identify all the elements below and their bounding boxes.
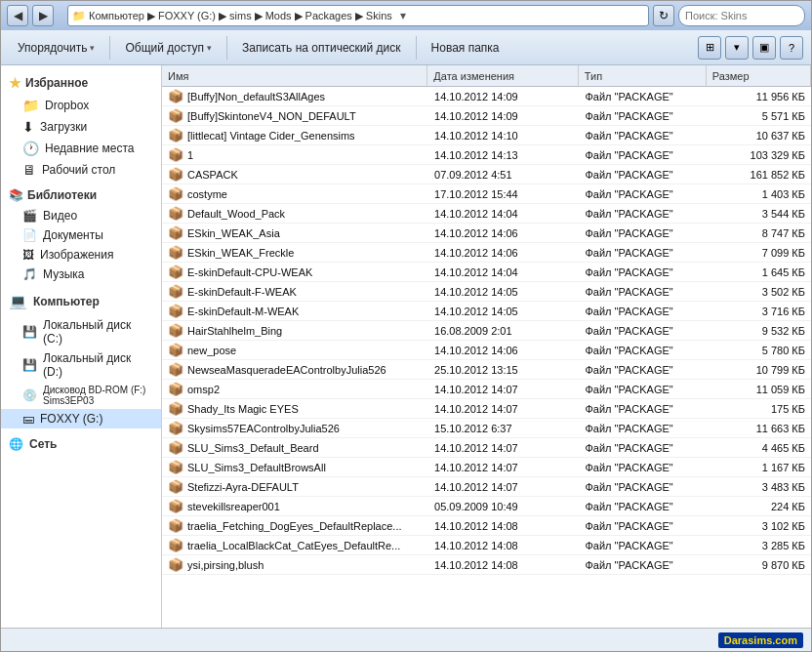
column-header-type[interactable]: Тип	[579, 65, 707, 86]
table-row[interactable]: 📦 ysi,pirsing,blush 14.10.2012 14:08 Фай…	[162, 555, 811, 575]
forward-button[interactable]: ▶	[32, 5, 54, 26]
file-size-cell: 3 502 КБ	[707, 286, 811, 298]
file-type-cell: Файл "PACKAGE"	[579, 345, 707, 356]
file-type-cell: Файл "PACKAGE"	[579, 481, 707, 493]
sidebar-drive-d[interactable]: 💾 Локальный диск (D:)	[1, 348, 161, 382]
table-row[interactable]: 📦 Shady_Its Magic EYES 14.10.2012 14:07 …	[162, 399, 811, 419]
file-date-cell: 17.10.2012 15:44	[428, 188, 579, 200]
file-size-cell: 9 532 КБ	[707, 325, 811, 337]
sidebar-computer-header[interactable]: 💻 Компьютер	[1, 288, 161, 315]
file-name-cell: 📦 1	[162, 147, 428, 162]
column-header-size[interactable]: Размер	[707, 65, 811, 86]
table-row[interactable]: 📦 Default_Wood_Pack 14.10.2012 14:04 Фай…	[162, 204, 811, 224]
sidebar-recent-label: Недавние места	[45, 142, 134, 155]
breadcrumb-mods[interactable]: Mods	[265, 10, 292, 21]
column-header-name[interactable]: Имя	[162, 65, 427, 86]
sidebar-drive-c[interactable]: 💾 Локальный диск (C:)	[1, 315, 161, 348]
table-row[interactable]: 📦 [Buffy]SkintoneV4_NON_DEFAULT 14.10.20…	[162, 106, 811, 126]
sidebar-drive-g-label: FOXXY (G:)	[40, 412, 102, 426]
sidebar-drive-g[interactable]: 🖴 FOXXY (G:)	[1, 409, 161, 428]
file-size-cell: 8 747 КБ	[707, 227, 811, 239]
table-row[interactable]: 📦 ESkin_WEAK_Asia 14.10.2012 14:06 Файл …	[162, 224, 811, 243]
sidebar-item-docs[interactable]: 📄 Документы	[1, 225, 161, 245]
table-row[interactable]: 📦 traelia_LocalBlackCat_CatEyes_DefaultR…	[162, 536, 811, 555]
file-name-cell: 📦 costyme	[162, 186, 428, 201]
file-type-cell: Файл "PACKAGE"	[579, 130, 707, 142]
table-row[interactable]: 📦 CASPACK 07.09.2012 4:51 Файл "PACKAGE"…	[162, 165, 811, 184]
table-row[interactable]: 📦 1 14.10.2012 14:13 Файл "PACKAGE" 103 …	[162, 145, 811, 165]
table-row[interactable]: 📦 E-skinDefault-F-WEAK 14.10.2012 14:05 …	[162, 282, 811, 302]
table-row[interactable]: 📦 Skysims57EAControlbyJulia526 15.10.201…	[162, 419, 811, 438]
breadcrumb-computer[interactable]: Компьютер	[89, 10, 144, 21]
view-details-button[interactable]: ⊞	[698, 36, 721, 60]
sidebar-item-recent[interactable]: 🕐 Недавние места	[1, 138, 161, 159]
sidebar-favorites-header[interactable]: ★ Избранное	[1, 71, 161, 95]
sidebar-drive-f[interactable]: 💿 Дисковод BD-ROM (F:) Sims3EP03	[1, 382, 161, 409]
new-folder-button[interactable]: Новая папка	[423, 36, 508, 60]
address-dropdown-button[interactable]: ▾	[395, 6, 411, 25]
view-toggle-button[interactable]: ▾	[725, 36, 749, 60]
share-button[interactable]: Общий доступ ▾	[116, 36, 221, 60]
sidebar-video-label: Видео	[43, 209, 77, 223]
file-name: ysi,pirsing,blush	[187, 559, 264, 571]
table-row[interactable]: 📦 traelia_Fetching_DogEyes_DefaultReplac…	[162, 516, 811, 536]
refresh-button[interactable]: ↻	[653, 5, 674, 26]
sidebar-network-label: Сеть	[29, 437, 57, 451]
burn-button[interactable]: Записать на оптический диск	[233, 36, 410, 60]
file-type-cell: Файл "PACKAGE"	[579, 149, 707, 161]
table-row[interactable]: 📦 new_pose 14.10.2012 14:06 Файл "PACKAG…	[162, 341, 811, 360]
sidebar-libraries-header[interactable]: 📚 Библиотеки	[1, 184, 161, 206]
back-button[interactable]: ◀	[7, 5, 28, 26]
breadcrumb-packages[interactable]: Packages	[305, 10, 352, 21]
file-date-cell: 14.10.2012 14:13	[428, 149, 579, 161]
table-row[interactable]: 📦 E-skinDefault-CPU-WEAK 14.10.2012 14:0…	[162, 263, 811, 282]
table-row[interactable]: 📦 omsp2 14.10.2012 14:07 Файл "PACKAGE" …	[162, 380, 811, 399]
table-row[interactable]: 📦 E-skinDefault-M-WEAK 14.10.2012 14:05 …	[162, 302, 811, 321]
file-date-cell: 14.10.2012 14:07	[428, 403, 579, 415]
table-row[interactable]: 📦 SLU_Sims3_Default_Beard 14.10.2012 14:…	[162, 438, 811, 458]
file-size-cell: 11 956 КБ	[707, 91, 811, 102]
table-row[interactable]: 📦 costyme 17.10.2012 15:44 Файл "PACKAGE…	[162, 184, 811, 204]
help-button[interactable]: ?	[780, 36, 803, 60]
table-row[interactable]: 📦 SLU_Sims3_DefaultBrowsAll 14.10.2012 1…	[162, 458, 811, 477]
table-row[interactable]: 📦 Stefizzi-Ayra-DEFAULT 14.10.2012 14:07…	[162, 477, 811, 497]
organize-button[interactable]: Упорядочить ▾	[9, 36, 103, 60]
breadcrumb-skins[interactable]: Skins	[366, 10, 392, 21]
sidebar-item-music[interactable]: 🎵 Музыка	[1, 265, 161, 284]
column-header-date[interactable]: Дата изменения	[427, 65, 578, 86]
sidebar-item-desktop[interactable]: 🖥 Рабочий стол	[1, 159, 161, 181]
file-name-cell: 📦 SLU_Sims3_DefaultBrowsAll	[162, 460, 428, 474]
file-size-cell: 175 КБ	[707, 403, 811, 415]
sidebar-dropbox-label: Dropbox	[45, 99, 89, 112]
sidebar-item-images[interactable]: 🖼 Изображения	[1, 245, 161, 265]
file-name-cell: 📦 ysi,pirsing,blush	[162, 557, 428, 572]
sidebar-item-downloads[interactable]: ⬇ Загрузки	[1, 116, 161, 138]
file-icon: 📦	[168, 89, 183, 103]
file-date-cell: 14.10.2012 14:08	[428, 520, 579, 532]
file-icon: 📦	[168, 304, 183, 318]
search-input[interactable]	[685, 10, 812, 21]
organize-label: Упорядочить	[18, 41, 87, 55]
file-type-cell: Файл "PACKAGE"	[579, 520, 707, 532]
breadcrumb-foxxy[interactable]: FOXXY (G:)	[158, 10, 216, 21]
breadcrumb-sims[interactable]: sims	[229, 10, 252, 21]
sidebar-drive-c-label: Локальный диск (C:)	[43, 318, 153, 346]
table-row[interactable]: 📦 [Buffy]Non_defaultS3AllAges 14.10.2012…	[162, 87, 811, 106]
file-size-cell: 1 645 КБ	[707, 266, 811, 278]
file-name: [littlecat] Vintage Cider_Genensims	[187, 130, 355, 142]
file-name: E-skinDefault-CPU-WEAK	[187, 266, 312, 278]
sidebar-network-header[interactable]: 🌐 Сеть	[1, 432, 161, 456]
table-row[interactable]: 📦 HairStahlhelm_Bing 16.08.2009 2:01 Фай…	[162, 321, 811, 341]
table-row[interactable]: 📦 [littlecat] Vintage Cider_Genensims 14…	[162, 126, 811, 145]
sidebar-item-dropbox[interactable]: 📁 Dropbox	[1, 95, 161, 116]
file-size-cell: 3 102 КБ	[707, 520, 811, 532]
table-row[interactable]: 📦 stevekillsreaper001 05.09.2009 10:49 Ф…	[162, 497, 811, 516]
file-icon: 📦	[168, 343, 183, 357]
sidebar-item-video[interactable]: 🎬 Видео	[1, 206, 161, 225]
table-row[interactable]: 📦 NewseaMasqueradeEAControlbyJulia526 25…	[162, 360, 811, 380]
table-row[interactable]: 📦 ESkin_WEAK_Freckle 14.10.2012 14:06 Фа…	[162, 243, 811, 263]
file-size-cell: 1 167 КБ	[707, 462, 811, 473]
file-name: ESkin_WEAK_Asia	[187, 227, 280, 239]
pane-button[interactable]: ▣	[752, 36, 776, 60]
file-size-cell: 7 099 КБ	[707, 247, 811, 259]
